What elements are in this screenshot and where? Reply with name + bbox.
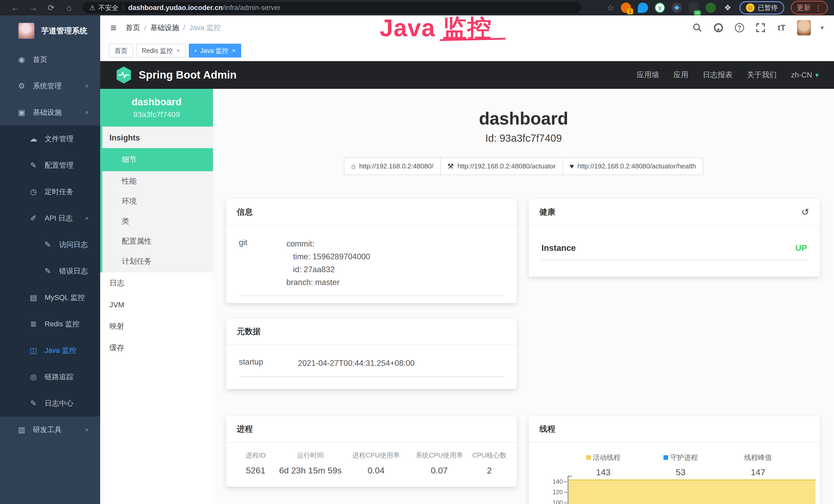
main-content: dashboard Id: 93a3fc7f7409 ⌂ http://192.…	[213, 89, 834, 504]
sidebar-item-label: Java 监控	[45, 346, 76, 356]
extensions-puzzle-icon[interactable]: ❖	[723, 3, 733, 13]
sidebar-item-file-management[interactable]: ☁ 文件管理	[0, 125, 100, 152]
history-icon[interactable]: ↺	[802, 199, 809, 225]
on-badge: on	[694, 10, 701, 16]
nav-item-environment[interactable]: 环境	[102, 191, 213, 211]
breadcrumb-infrastructure[interactable]: 基础设施	[150, 23, 179, 32]
sidebar-item-log-center[interactable]: ✎ 日志中心	[0, 390, 100, 416]
back-icon[interactable]: ←	[6, 0, 24, 16]
sidebar-item-home[interactable]: ◉ 首页	[0, 46, 100, 73]
health-card-header: 健康 ↺	[529, 199, 820, 226]
sidebar-item-dev-tools[interactable]: ▥ 研发工具 ∨	[0, 416, 100, 443]
sidebar-item-redis-monitor[interactable]: ≣ Redis 监控	[0, 311, 100, 337]
caret-down-icon: ▾	[815, 71, 818, 79]
sidebar-item-api-logs[interactable]: ✐ API 日志 ∧	[0, 205, 100, 231]
close-icon[interactable]: ×	[176, 47, 180, 54]
forward-icon[interactable]: →	[24, 0, 42, 16]
instance-header[interactable]: dashboard 93a3fc7f7409	[100, 89, 213, 127]
extension-icon-pin[interactable]	[638, 3, 648, 13]
sba-nav-journal[interactable]: 日志报表	[703, 70, 732, 80]
active-dot-icon: ●	[194, 48, 197, 53]
reload-icon[interactable]: ⟳	[42, 0, 60, 16]
sba-nav-applications[interactable]: 应用	[674, 70, 688, 80]
sidebar-item-mysql-monitor[interactable]: ▤ MySQL 监控	[0, 284, 100, 311]
legend-swatch-yellow	[586, 455, 591, 460]
sba-nav-wallboard[interactable]: 应用墙	[637, 70, 659, 80]
extension-icon-on[interactable]: on	[688, 3, 699, 13]
sidebar-item-access-logs[interactable]: ✎ 访问日志	[0, 231, 100, 258]
insights-section: Insights 细节 性能 环境 类 配置属性 计划任务	[100, 127, 213, 272]
nav-item-logs[interactable]: 日志	[100, 272, 213, 294]
legend-daemon-threads: 守护进程 53	[642, 453, 719, 477]
y-axis-tick: 140	[529, 478, 567, 485]
actuator-url-link[interactable]: ⚒ http://192.168.0.2:48080/actuator	[441, 157, 563, 175]
sidebar-item-scheduled-tasks[interactable]: ◷ 定时任务	[0, 179, 100, 205]
column-value: 5261	[234, 465, 278, 476]
url-bar[interactable]: ⚠ 不安全 dashboard.yudao.iocoder.cn/infra/a…	[83, 2, 581, 13]
tick-label: 140	[552, 478, 563, 485]
breadcrumb-home[interactable]: 首页	[126, 23, 140, 32]
browser-chrome: ← → ⟳ ⌂ ⚠ 不安全 dashboard.yudao.iocoder.cn…	[0, 0, 834, 16]
info-row-git: git commit: time: 1596289704000 id: 27aa…	[239, 237, 504, 289]
legend-text: 线程峰值	[744, 453, 772, 462]
user-avatar[interactable]	[797, 20, 811, 36]
nav-item-details[interactable]: 细节	[102, 148, 213, 171]
sba-header: Spring Boot Admin 应用墙 应用 日志报表 关于我们 zh-CN…	[100, 61, 834, 89]
chevron-down-icon: ∨	[85, 84, 89, 89]
hamburger-icon[interactable]: ≡	[110, 22, 116, 33]
chrome-update-button[interactable]: 更新 ⋮	[791, 1, 828, 15]
service-url-link[interactable]: ⌂ http://192.168.0.2:48080/	[344, 157, 440, 175]
font-size-icon[interactable]: tT	[776, 22, 787, 33]
sidebar-item-system-management[interactable]: ⚙ 系统管理 ∨	[0, 73, 100, 99]
tab-java-monitor[interactable]: ● Java 监控 ×	[189, 44, 241, 58]
language-selector[interactable]: zh-CN ▾	[791, 71, 818, 79]
extension-icon-y[interactable]: y	[655, 3, 665, 13]
security-label[interactable]: 不安全	[98, 3, 118, 12]
warning-icon[interactable]: ⚠	[89, 4, 95, 12]
profiler-paused-button[interactable]: ☺ 已暂停	[740, 1, 784, 15]
nav-item-config-props[interactable]: 配置属性	[102, 231, 213, 251]
sba-nav-about[interactable]: 关于我们	[747, 70, 777, 80]
database-icon: ▤	[29, 293, 38, 302]
sidebar-item-error-logs[interactable]: ✎ 错误日志	[0, 258, 100, 284]
sidebar-item-infrastructure[interactable]: ▣ 基础设施 ∧	[0, 99, 100, 125]
row-divider	[239, 296, 504, 296]
row-label: startup	[239, 357, 298, 370]
nav-item-metrics[interactable]: 性能	[102, 171, 213, 191]
extension-icon-orange[interactable]: 1	[621, 3, 631, 13]
extension-icon-grid[interactable]	[672, 3, 682, 13]
bookmark-star-icon[interactable]: ☆	[607, 3, 614, 13]
nav-item-jvm[interactable]: JVM	[100, 294, 213, 316]
metadata-row-startup: startup 2021-04-27T00:44:31.254+08:00	[239, 357, 504, 370]
github-icon[interactable]	[713, 22, 724, 33]
search-icon[interactable]	[692, 22, 703, 33]
nav-item-classes[interactable]: 类	[102, 211, 213, 231]
tab-home[interactable]: 首页	[109, 44, 133, 58]
eye-icon: ◎	[29, 372, 38, 381]
close-icon[interactable]: ×	[232, 47, 236, 54]
health-url-link[interactable]: ♥ http://192.168.0.2:48080/actuator/heal…	[563, 157, 703, 175]
spring-boot-admin-logo-icon	[115, 66, 132, 84]
extension-badge: 1	[627, 8, 633, 15]
tab-label: Redis 监控	[142, 46, 173, 55]
breadcrumb-current: Java 监控	[189, 23, 221, 32]
nav-item-scheduled[interactable]: 计划任务	[102, 251, 213, 271]
avatar-caret-icon[interactable]: ▾	[821, 24, 824, 31]
instance-id: 93a3fc7f7409	[100, 110, 213, 119]
header-actions: ? tT ▾	[692, 20, 824, 36]
column-header: 进程CPU使用率	[343, 451, 409, 460]
sba-title: Spring Boot Admin	[139, 69, 237, 81]
nav-item-mappings[interactable]: 映射	[100, 316, 213, 337]
sidebar-item-trace[interactable]: ◎ 链路追踪	[0, 364, 100, 390]
nav-item-caches[interactable]: 缓存	[100, 337, 213, 359]
sidebar-item-label: 错误日志	[59, 266, 88, 276]
kebab-menu-icon[interactable]: ⋮	[815, 4, 822, 12]
help-icon[interactable]: ?	[734, 22, 745, 33]
home-icon[interactable]: ⌂	[60, 0, 78, 16]
extension-icon-leaf[interactable]	[706, 3, 716, 13]
sidebar-item-config-management[interactable]: ✎ 配置管理	[0, 152, 100, 179]
sidebar-item-java-monitor[interactable]: ◫ Java 监控	[0, 337, 100, 364]
tab-redis-monitor[interactable]: Redis 监控 ×	[136, 44, 186, 58]
breadcrumb-separator: /	[144, 24, 146, 32]
fullscreen-icon[interactable]	[755, 22, 766, 33]
